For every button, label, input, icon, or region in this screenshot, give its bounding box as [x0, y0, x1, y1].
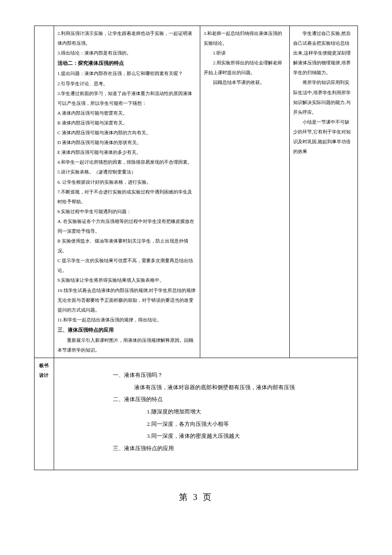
text-line: C 液体内部压强可能与液体内部的方向有关。 [58, 128, 196, 138]
text-line: 学生通过自己实验,然后自己试着去把实验结论总结出来,这样学生便能更深刻理解液体压… [293, 29, 354, 78]
text-line: 小结是一节课中不可缺少的环节,它有利于学生对知识及时巩固,能起到事半功倍的效果 [293, 117, 354, 156]
text-line: 2.利用压强计演示实验，让学生跟着老师也动手实验，一起证明液体内部有压强。 [58, 29, 196, 48]
board-design-row: 板书设计 一、液体有压强吗？ 液体有压强，液体对容器的底部和侧壁都有压强，液体内… [35, 358, 358, 470]
text-line: 重新展示引入新课时图片，用液体的压强规律解释原因。回顾本节课所学的知识。 [58, 335, 196, 355]
board-content-cell: 一、液体有压强吗？ 液体有压强，液体对容器的底部和侧壁都有压强，液体内部有压强 … [54, 358, 357, 470]
text-line: 2.引导学生讨论、思考。 [58, 79, 196, 89]
row-label-empty [35, 26, 54, 358]
text-line: 11.和学生一起总结出液体压强的规律，得出结论。 [58, 315, 196, 325]
text-line: 7.不断巡视，对于不会进行实验的或实验过程中遇到困难的学生及时给予帮助。 [58, 187, 196, 207]
text-line: 将所学的知识应用到实际生活中,培养学生利用所学知识解决实际问题的能力,与开头呼应… [293, 78, 354, 117]
board-line: 一、液体有压强吗？ [113, 369, 350, 382]
board-content: 一、液体有压强吗？ 液体有压强，液体对容器的底部和侧壁都有压强，液体内部有压强 … [58, 361, 354, 467]
text-line: 4.和学生一起讨论所猜想的因素，排除很容易发现的不合理因素。 [58, 157, 196, 167]
text-line: 9.实验结束让学生将所得实验结果填入实验表格中。 [58, 275, 196, 285]
text-line: 5.设计实验表格。（渗透控制变量法） [58, 167, 196, 177]
lesson-table: 2.利用压强计演示实验，让学生跟着老师也动手实验，一起证明液体内部有压强。 3.… [34, 26, 358, 470]
text-line: 8.实验过程中学生可能遇到的问题： [58, 207, 196, 217]
text-line: E 液体内部压强可能与液体的多少有关。 [58, 147, 196, 157]
text-line: 1.听讲 [204, 48, 286, 58]
text-line: 回顾总结本节课的收获。 [204, 78, 286, 87]
text-line: 6. 让学生根据设计好的实验表格，进行实验。 [58, 177, 196, 187]
text-line: A 液体内部压强可能与密度有关。 [58, 108, 196, 118]
page-number: 第 3 页 [34, 491, 358, 503]
design-intent-cell: 学生通过自己实验,然后自己试着去把实验结论总结出来,这样学生便能更深刻理解液体压… [290, 26, 358, 358]
section-heading: 三、液体压强特点的应用 [58, 325, 196, 335]
text-line: 3.得出结论：液体内部是有压强的。 [58, 48, 196, 58]
content-row: 2.利用压强计演示实验，让学生跟着老师也动手实验，一起证明液体内部有压强。 3.… [35, 26, 358, 358]
board-line: 液体有压强，液体对容器的底部和侧壁都有压强，液体内部有压强 [134, 382, 350, 394]
student-activity-cell: 3.和老师一起总结归纳得出液体压强的实验结论。 1.听讲 2.用实验所得出的结论… [200, 26, 290, 358]
text-line: D 液体内部压强可能与液体的形状有关。 [58, 138, 196, 147]
text-line: A. 在实验验证各个方向压强相等的过程中对学生没有把橡皮膜放在同一深度给予指导。 [58, 217, 196, 236]
board-line: 1.随深度的增加而增大 [147, 406, 350, 418]
board-line: 二、液体压强的特点 [113, 393, 350, 406]
activity-heading: 活动二：探究液体压强的特点 [58, 58, 196, 69]
board-line: 2.同一深度，各方向压强大小相等 [147, 418, 350, 431]
board-line: 三、液体压强特点的应用 [113, 442, 350, 455]
teacher-activity-cell: 2.利用压强计演示实验，让学生跟着老师也动手实验，一起证明液体内部有压强。 3.… [54, 26, 200, 358]
text-line: 2.用实验所得出的结论去理解老师开始上课时提出的问题。 [204, 58, 286, 78]
text-line: 3.和老师一起总结归纳得出液体压强的实验结论。 [204, 29, 286, 48]
text-line: 3.学生通过前面的学习，知道了由于液体重力和流动性的原因液体可以产生压强，所以学… [58, 89, 196, 108]
board-label: 板书设计 [35, 358, 54, 470]
text-line: B 实验使用盐水、煤油等液体要时刻关注学生，防止出现意外情况。 [58, 236, 196, 256]
text-line: C 提示学生一次的实验结果可信度不高，需要多次测量再总结出结论。 [58, 256, 196, 275]
page-container: 2.利用压强计演示实验，让学生跟着老师也动手实验，一起证明液体内部有压强。 3.… [0, 0, 392, 520]
text-line: B 液体内部压强可能与深度有关。 [58, 118, 196, 128]
text-line: 10.找学生试着去总结液体的内部压强的规律,对于学生所总结的规律无论全面与否都要… [58, 286, 196, 315]
text-line: 1.提出问题：液体内部存在压强，那么它和哪些因素有关呢？ [58, 69, 196, 78]
board-line: 3.同一深度，液体的密度越大压强越大 [147, 430, 350, 442]
